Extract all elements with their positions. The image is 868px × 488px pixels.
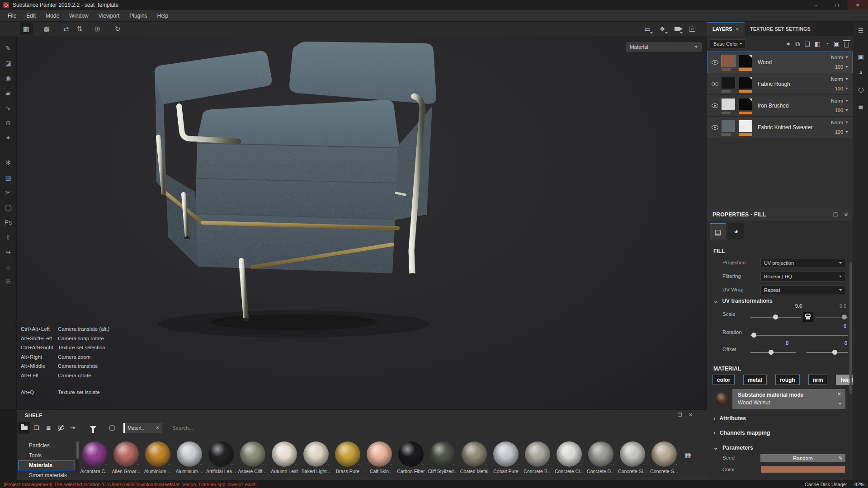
layer-row[interactable]: Fabric Rough Norm 100 <box>707 73 853 95</box>
blend-mode-dropdown[interactable]: Norm <box>831 76 848 82</box>
viewport-material-dropdown[interactable]: Material <box>626 42 702 52</box>
side-strip-icon[interactable]: ◕ <box>853 67 868 78</box>
channel-button[interactable]: rough <box>775 375 800 385</box>
material-sphere[interactable] <box>398 441 424 467</box>
material-tile[interactable]: ∴ Aluminium ... <box>175 440 204 474</box>
tool-button[interactable]: ▥ <box>2 172 14 183</box>
category-scrollbar[interactable] <box>76 441 79 473</box>
section-parameters[interactable]: ⌄ Parameters <box>713 444 753 451</box>
tool-button[interactable]: ⇧ <box>2 231 14 243</box>
panel-tab[interactable]: TEXTURE SET SETTINGS ✕ <box>745 22 816 36</box>
layer-thumbnail[interactable] <box>722 55 735 67</box>
visibility-eye-icon[interactable] <box>712 82 718 86</box>
properties-tab-fill[interactable]: ▤ <box>710 223 726 239</box>
shelf-category[interactable]: Materials <box>18 460 75 470</box>
layer-row[interactable]: Wood Norm 100 <box>707 52 853 73</box>
scale-slider[interactable] <box>750 317 801 318</box>
side-strip-icon[interactable]: ◷ <box>853 84 868 95</box>
scale-slider-2[interactable] <box>816 317 848 318</box>
uvwrap-dropdown[interactable]: Repeat <box>760 285 845 295</box>
uv-transformations-header[interactable]: ⌄ UV transformations <box>713 298 773 304</box>
opacity-dropdown[interactable]: 100 <box>835 86 848 91</box>
rotation-slider[interactable] <box>750 335 848 336</box>
scale-lock-button[interactable] <box>803 312 813 322</box>
section-channels-mapping[interactable]: › Channels mapping <box>713 430 770 436</box>
opacity-dropdown[interactable]: 100 <box>835 108 848 113</box>
render-mode-icon[interactable]: ❖ <box>657 23 668 34</box>
close-button[interactable]: ✕ <box>847 0 868 10</box>
tool-button[interactable]: ☰ <box>2 276 14 288</box>
toolbar-icon[interactable]: ↻ <box>111 23 124 35</box>
tab-close-icon[interactable]: ✕ <box>736 27 739 32</box>
tool-button[interactable]: ✦ <box>2 132 14 144</box>
maximize-button[interactable]: ▢ <box>826 0 847 10</box>
material-tile[interactable]: ∴ Brass Pure <box>333 440 363 474</box>
material-tile[interactable]: ∴ Coated Metal <box>459 440 489 474</box>
color-swatch[interactable] <box>760 466 845 473</box>
material-sphere[interactable] <box>651 441 677 467</box>
close-icon[interactable]: ✕ <box>844 212 848 218</box>
blend-mode-dropdown[interactable]: Norm <box>831 98 848 103</box>
shelf-folder-button[interactable] <box>18 422 30 434</box>
material-sphere[interactable] <box>620 441 645 467</box>
material-tile[interactable]: ∴ Autumn Leaf <box>269 440 299 474</box>
opacity-dropdown[interactable]: 100 <box>835 64 848 70</box>
material-sphere[interactable] <box>208 441 234 467</box>
popout-icon[interactable]: ❐ <box>678 412 682 418</box>
shelf-hide-button[interactable] <box>55 422 67 434</box>
close-icon[interactable]: ✕ <box>837 391 841 397</box>
channel-button[interactable]: metal <box>743 375 766 385</box>
layers-toolbar-icon[interactable]: ✶ <box>786 40 791 47</box>
material-tile[interactable]: ∴ Concrete Cl... <box>554 440 584 474</box>
material-sphere[interactable] <box>367 441 392 467</box>
material-sphere[interactable] <box>525 441 550 467</box>
menu-item[interactable]: Window <box>64 10 94 22</box>
substance-mode-value[interactable]: Wood Walnut <box>738 399 770 406</box>
material-sphere[interactable] <box>557 441 582 467</box>
layers-toolbar-icon[interactable]: ⧉ <box>796 40 800 48</box>
channel-filter-dropdown[interactable]: Base Color <box>710 39 746 48</box>
shelf-new-resource-button[interactable]: ❏ <box>30 422 42 434</box>
material-sphere[interactable] <box>177 441 202 467</box>
material-sphere[interactable] <box>335 441 360 467</box>
material-tile[interactable]: ∴ Concrete S... <box>649 440 679 474</box>
menu-item[interactable]: Edit <box>21 10 41 22</box>
visibility-eye-icon[interactable] <box>712 60 718 65</box>
menu-item[interactable]: Help <box>152 10 174 22</box>
shelf-file-list-button[interactable]: ≣ <box>42 422 55 434</box>
section-attributes[interactable]: › Attributes <box>713 415 746 422</box>
tool-button[interactable]: ✎ <box>2 42 14 54</box>
material-tile[interactable]: ∴ Calf Skin <box>364 440 394 474</box>
close-icon[interactable]: ✕ <box>689 412 693 418</box>
projection-dropdown[interactable]: UV projection <box>760 258 845 268</box>
shelf-category[interactable]: Particles <box>18 441 75 450</box>
material-tile[interactable]: ∴ Baked Light... <box>301 440 331 474</box>
visibility-eye-icon[interactable] <box>712 125 718 130</box>
layer-mask-thumbnail[interactable] <box>739 99 752 110</box>
tool-button[interactable]: ✻ <box>2 157 14 169</box>
filtering-dropdown[interactable]: Bilinear | HQ <box>760 272 845 282</box>
material-tile[interactable]: ∴ Cliff Stylized... <box>428 440 458 474</box>
side-strip-icon[interactable]: ▣ <box>853 52 868 62</box>
material-tile[interactable]: ∴ Carbon Fiber <box>396 440 426 474</box>
material-tile[interactable]: ∴ Aluminium ... <box>143 440 173 474</box>
visibility-eye-icon[interactable] <box>712 103 718 108</box>
properties-scrollbar[interactable] <box>849 263 852 394</box>
filter-chip[interactable]: Materi.. ✕ <box>123 423 162 433</box>
panel-tab[interactable]: LAYERS ✕ <box>707 22 745 36</box>
layer-row[interactable]: Fabric Knitted Sweater Norm 100 <box>707 117 853 138</box>
layer-thumbnail[interactable] <box>722 77 735 89</box>
shelf-import-button[interactable]: ⇥ <box>67 422 79 434</box>
layer-row[interactable]: Iron Brushed Norm 100 <box>707 95 853 117</box>
toolbar-icon[interactable]: ⇅ <box>73 23 86 35</box>
tool-button[interactable]: Ps <box>2 216 14 228</box>
chip-close-icon[interactable]: ✕ <box>156 425 160 430</box>
material-tile[interactable]: ∴ Concrete Si... <box>618 440 647 474</box>
layer-thumbnail[interactable] <box>722 120 735 132</box>
material-tile[interactable]: ∴ Alien Growt... <box>111 440 141 474</box>
popout-icon[interactable]: ❐ <box>833 212 838 218</box>
layers-toolbar-icon[interactable]: ◔ <box>825 40 829 47</box>
layer-thumbnail[interactable] <box>722 99 735 110</box>
layer-mask-thumbnail[interactable] <box>739 77 752 89</box>
layers-toolbar-icon[interactable]: ◧ <box>815 40 821 47</box>
